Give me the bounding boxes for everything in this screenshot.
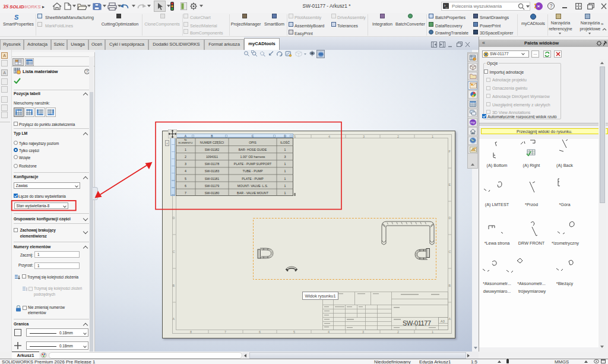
svg-text:A3: A3: [441, 319, 445, 323]
svg-text:SW-01177: SW-01177: [403, 319, 431, 327]
